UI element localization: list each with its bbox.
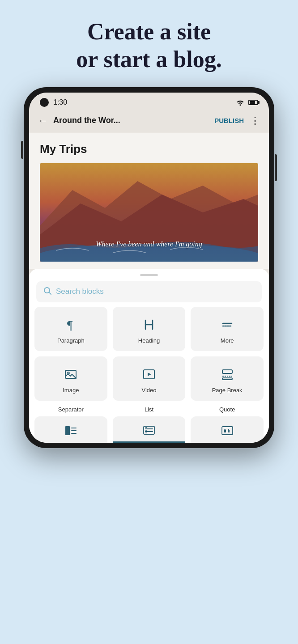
block-video[interactable]: Video	[113, 356, 186, 401]
separator-label: Separator	[34, 406, 107, 415]
hero-title: Create a site or start a blog.	[36, 18, 262, 74]
svg-point-11	[68, 372, 69, 374]
video-label: Video	[141, 387, 156, 394]
svg-rect-21	[144, 426, 154, 434]
quote-label: Quote	[191, 406, 264, 415]
status-icons	[236, 99, 258, 106]
nav-title: Around the Wor...	[53, 116, 214, 125]
pagebreak-label: Page Break	[212, 387, 243, 394]
block-paragraph[interactable]: ¶ Paragraph	[34, 307, 107, 351]
search-placeholder: Search blocks	[56, 287, 104, 296]
svg-rect-16	[222, 378, 232, 380]
status-bar-left: 1:30	[40, 98, 67, 107]
block-image[interactable]: Image	[34, 356, 107, 401]
paragraph-label: Paragraph	[57, 337, 85, 344]
separator-icon	[64, 425, 77, 436]
paragraph-icon: ¶	[64, 318, 78, 332]
svg-marker-13	[148, 373, 151, 376]
video-icon	[142, 367, 156, 381]
search-bar[interactable]: Search blocks	[36, 281, 262, 302]
status-bar: 1:30	[29, 93, 269, 110]
image-label: Image	[63, 387, 79, 394]
search-icon	[43, 287, 51, 297]
publish-button[interactable]: PUBLISH	[214, 117, 244, 124]
svg-point-0	[239, 104, 241, 106]
svg-line-6	[49, 292, 51, 294]
svg-rect-14	[222, 370, 232, 373]
bottom-row-icons	[29, 415, 269, 443]
more-icon	[220, 318, 234, 332]
phone-body: 1:30 ← Around the Wor... PUBLIS	[24, 87, 274, 448]
battery-icon	[248, 100, 258, 105]
block-more[interactable]: More	[191, 307, 264, 351]
pagebreak-icon	[220, 367, 234, 381]
hero-section: Create a site or start a blog.	[0, 0, 298, 87]
list-label: List	[113, 406, 186, 415]
svg-rect-17	[65, 426, 70, 435]
hero-caption: Where I've been and where I'm going	[96, 240, 202, 248]
wifi-icon	[236, 99, 245, 106]
page-title: My Trips	[40, 142, 258, 156]
block-separator[interactable]	[34, 416, 107, 443]
hero-image: Where I've been and where I'm going	[40, 163, 258, 262]
heading-label: Heading	[138, 337, 160, 344]
more-label: More	[221, 337, 234, 344]
block-quote[interactable]	[191, 416, 264, 443]
phone-screen: 1:30 ← Around the Wor... PUBLIS	[29, 93, 269, 443]
blocks-grid: ¶ Paragraph	[34, 307, 264, 401]
blocks-panel: ¶ Paragraph	[29, 302, 269, 406]
list-icon	[142, 424, 156, 436]
more-options-button[interactable]: ⋮	[250, 115, 260, 127]
top-nav: ← Around the Wor... PUBLISH ⋮	[29, 110, 269, 133]
svg-rect-27	[222, 427, 233, 435]
phone-mockup: 1:30 ← Around the Wor... PUBLIS	[0, 87, 298, 448]
camera-hole	[40, 98, 49, 107]
svg-text:¶: ¶	[67, 318, 73, 332]
block-pagebreak[interactable]: Page Break	[191, 356, 264, 401]
svg-point-5	[44, 288, 50, 293]
quote-icon	[221, 425, 234, 436]
sheet-handle	[140, 274, 158, 276]
bottom-sheet: Search blocks ¶ Paragraph	[29, 269, 269, 443]
time-display: 1:30	[53, 98, 67, 106]
block-list[interactable]	[113, 416, 186, 443]
bottom-row-labels: Separator List Quote	[29, 406, 269, 415]
back-button[interactable]: ←	[38, 115, 48, 127]
block-heading[interactable]: Heading	[113, 307, 186, 351]
heading-icon	[142, 318, 156, 332]
editor-content: My Trips	[29, 133, 269, 269]
image-icon	[64, 367, 78, 381]
